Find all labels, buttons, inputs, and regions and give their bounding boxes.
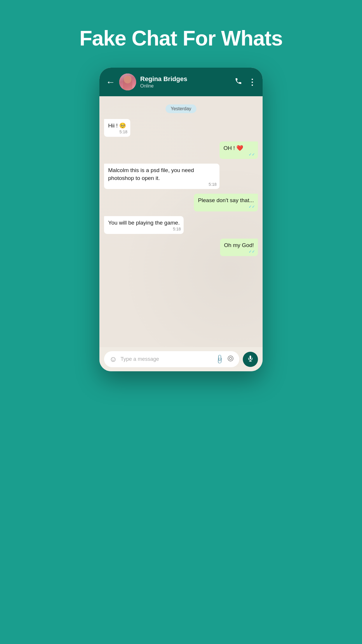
page-title: Fake Chat For Whats <box>79 26 282 50</box>
svg-point-1 <box>228 356 233 361</box>
message-row: Oh my God! ✓✓ <box>104 239 258 256</box>
bubble-outgoing: Oh my God! ✓✓ <box>220 239 258 256</box>
mic-button[interactable] <box>243 352 258 367</box>
header-icons: ⋮ <box>235 77 256 87</box>
message-input-field[interactable]: ☺ Type a message 📎 <box>104 351 239 367</box>
phone-frame: ← Regina Bridges Online ⋮ Yesterday <box>99 68 263 371</box>
message-time: 5:18 <box>173 226 181 232</box>
more-options-icon[interactable]: ⋮ <box>248 77 256 87</box>
date-separator: Yesterday <box>104 104 258 113</box>
contact-info: Regina Bridges Online <box>140 75 231 89</box>
contact-name: Regina Bridges <box>140 75 231 83</box>
message-time: ✓✓ <box>249 249 255 255</box>
tick-marks: ✓✓ <box>249 249 255 254</box>
message-row: Hii ! 🥺 5:18 <box>104 119 258 137</box>
message-text: OH ! ❤️ <box>224 145 243 151</box>
phone-icon[interactable] <box>235 77 242 87</box>
mic-icon <box>247 355 254 363</box>
chat-body: Yesterday Hii ! 🥺 5:18 OH ! ❤️ ✓✓ Malcol… <box>99 96 263 347</box>
bubble-outgoing: OH ! ❤️ ✓✓ <box>219 141 258 159</box>
camera-icon[interactable] <box>227 355 234 363</box>
bubble-incoming: Malcolm this is a psd file, you need pho… <box>104 164 219 189</box>
message-time: ✓✓ <box>249 152 255 158</box>
message-time: ✓✓ <box>249 204 255 210</box>
message-time: 5:18 <box>120 129 127 135</box>
tick-marks: ✓✓ <box>249 152 255 157</box>
contact-status: Online <box>140 83 231 89</box>
attachment-icon[interactable]: 📎 <box>214 354 225 365</box>
message-text: Oh my God! <box>224 242 254 248</box>
message-text: You will be playing the game. <box>108 220 180 226</box>
avatar[interactable] <box>119 74 136 90</box>
message-text: Please don't say that... <box>198 197 254 203</box>
bubble-incoming: You will be playing the game. 5:18 <box>104 216 184 234</box>
message-row: OH ! ❤️ ✓✓ <box>104 141 258 159</box>
message-text: Hii ! 🥺 <box>108 123 126 129</box>
chat-header: ← Regina Bridges Online ⋮ <box>99 68 263 96</box>
message-row: Malcolm this is a psd file, you need pho… <box>104 164 258 189</box>
input-bar: ☺ Type a message 📎 <box>99 347 263 371</box>
bubble-outgoing: Please don't say that... ✓✓ <box>194 194 258 211</box>
message-row: Please don't say that... ✓✓ <box>104 194 258 211</box>
message-text: Malcolm this is a psd file, you need pho… <box>108 167 194 181</box>
message-row: You will be playing the game. 5:18 <box>104 216 258 234</box>
bubble-incoming: Hii ! 🥺 5:18 <box>104 119 130 137</box>
back-button[interactable]: ← <box>106 77 115 88</box>
svg-point-0 <box>229 357 232 360</box>
tick-marks: ✓✓ <box>249 204 255 209</box>
message-time: 5:18 <box>209 182 217 188</box>
input-placeholder: Type a message <box>121 356 212 362</box>
date-label: Yesterday <box>166 104 197 113</box>
emoji-icon[interactable]: ☺ <box>109 355 117 364</box>
